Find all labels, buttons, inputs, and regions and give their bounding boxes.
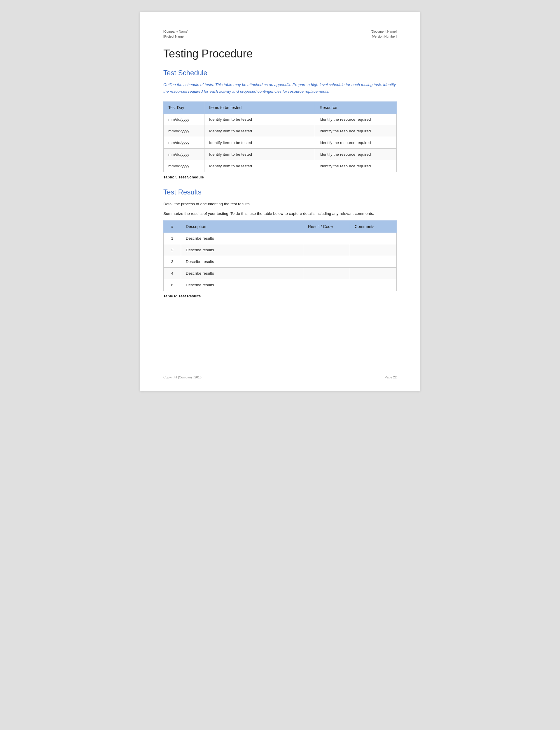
table-row: mm/dd/yyyy Identify item to be tested Id… [164, 113, 397, 125]
schedule-day-0: mm/dd/yyyy [164, 113, 204, 125]
schedule-day-3: mm/dd/yyyy [164, 148, 204, 160]
table-row: mm/dd/yyyy Identify item to be tested Id… [164, 160, 397, 172]
schedule-resource-4: Identify the resource required [315, 160, 397, 172]
test-results-table: # Description Result / Code Comments 1 D… [163, 221, 397, 291]
test-schedule-section: Test Schedule Outline the schedule of te… [163, 69, 397, 179]
col-header-num: # [164, 221, 181, 233]
col-header-desc: Description [181, 221, 303, 233]
result-num-3: 4 [164, 268, 181, 279]
result-code-0 [303, 233, 350, 244]
result-code-4 [303, 279, 350, 291]
result-desc-2: Describe results [181, 256, 303, 268]
page: [Company Name] [Project Name] [Document … [140, 12, 420, 390]
document-name: [Document Name] [371, 29, 397, 34]
table-6-caption: Table 6: Test Results [163, 294, 397, 298]
header-left: [Company Name] [Project Name] [163, 29, 188, 39]
col-header-test-day: Test Day [164, 101, 204, 113]
result-code-2 [303, 256, 350, 268]
project-name: [Project Name] [163, 34, 188, 39]
result-desc-1: Describe results [181, 244, 303, 256]
result-comments-0 [350, 233, 397, 244]
table-row: mm/dd/yyyy Identify item to be tested Id… [164, 125, 397, 137]
schedule-item-0: Identify item to be tested [204, 113, 315, 125]
footer: Copyright [Company] 2016 Page 22 [163, 375, 397, 379]
company-name: [Company Name] [163, 29, 188, 34]
schedule-resource-0: Identify the resource required [315, 113, 397, 125]
schedule-resource-3: Identify the resource required [315, 148, 397, 160]
result-desc-0: Describe results [181, 233, 303, 244]
test-results-title: Test Results [163, 188, 397, 196]
result-comments-3 [350, 268, 397, 279]
schedule-resource-2: Identify the resource required [315, 137, 397, 148]
doc-title: Testing Procedure [163, 48, 397, 60]
col-header-items: Items to be tested [204, 101, 315, 113]
table-row: 6 Describe results [164, 279, 397, 291]
result-code-1 [303, 244, 350, 256]
test-results-body1: Detail the process of documenting the te… [163, 201, 397, 207]
result-num-4: 6 [164, 279, 181, 291]
schedule-day-4: mm/dd/yyyy [164, 160, 204, 172]
table-row: mm/dd/yyyy Identify item to be tested Id… [164, 148, 397, 160]
schedule-item-2: Identify item to be tested [204, 137, 315, 148]
result-comments-4 [350, 279, 397, 291]
schedule-day-1: mm/dd/yyyy [164, 125, 204, 137]
schedule-item-3: Identify item to be tested [204, 148, 315, 160]
test-schedule-description: Outline the schedule of tests. This tabl… [163, 82, 397, 95]
table-row: 1 Describe results [164, 233, 397, 244]
test-results-section: Test Results Detail the process of docum… [163, 188, 397, 298]
result-num-1: 2 [164, 244, 181, 256]
schedule-day-2: mm/dd/yyyy [164, 137, 204, 148]
test-schedule-table: Test Day Items to be tested Resource mm/… [163, 101, 397, 172]
col-header-comments: Comments [350, 221, 397, 233]
header-right: [Document Name] [Version Number] [371, 29, 397, 39]
table-row: 3 Describe results [164, 256, 397, 268]
result-desc-3: Describe results [181, 268, 303, 279]
table-row: 2 Describe results [164, 244, 397, 256]
result-num-0: 1 [164, 233, 181, 244]
test-results-body2: Summarize the results of your testing. T… [163, 211, 397, 217]
result-comments-2 [350, 256, 397, 268]
col-header-result: Result / Code [303, 221, 350, 233]
schedule-item-4: Identify item to be tested [204, 160, 315, 172]
result-code-3 [303, 268, 350, 279]
result-desc-4: Describe results [181, 279, 303, 291]
table-row: 4 Describe results [164, 268, 397, 279]
result-num-2: 3 [164, 256, 181, 268]
table-5-caption: Table: 5 Test Schedule [163, 175, 397, 179]
table-row: mm/dd/yyyy Identify item to be tested Id… [164, 137, 397, 148]
col-header-resource: Resource [315, 101, 397, 113]
header-meta: [Company Name] [Project Name] [Document … [163, 29, 397, 39]
test-schedule-title: Test Schedule [163, 69, 397, 77]
version-number: [Version Number] [371, 34, 397, 39]
schedule-resource-1: Identify the resource required [315, 125, 397, 137]
footer-page: Page 22 [385, 375, 397, 379]
schedule-item-1: Identify item to be tested [204, 125, 315, 137]
result-comments-1 [350, 244, 397, 256]
footer-copyright: Copyright [Company] 2016 [163, 375, 202, 379]
